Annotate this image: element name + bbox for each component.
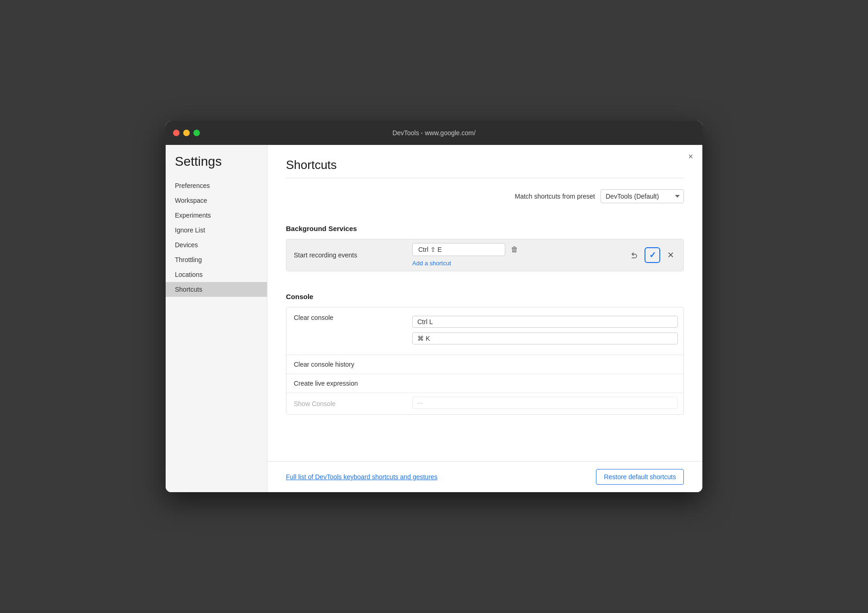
show-console-keys: ··· [407, 393, 683, 414]
sidebar-item-throttling[interactable]: Throttling [166, 252, 267, 267]
minimize-traffic-light[interactable] [183, 130, 190, 136]
clear-history-keys [407, 361, 683, 368]
clear-console-keys: Ctrl L ⌘ K [407, 312, 683, 350]
sidebar-item-shortcuts[interactable]: Shortcuts [166, 282, 267, 297]
sidebar-item-devices[interactable]: Devices [166, 238, 267, 252]
table-row: Start recording events 🗑 Add a shortcut [286, 239, 683, 271]
table-row: Show Console ··· [286, 393, 683, 414]
sidebar-item-locations[interactable]: Locations [166, 267, 267, 282]
shortcut-name-clear-history: Clear console history [286, 355, 407, 374]
shortcut-key-row-recording: 🗑 [412, 243, 621, 256]
table-row: Clear console history [286, 355, 683, 374]
cancel-shortcut-icon[interactable]: ✕ [663, 248, 678, 263]
devtools-window: DevTools - www.google.com/ Settings Pref… [166, 121, 702, 492]
key-badge-cmd-k: ⌘ K [412, 332, 678, 344]
full-list-link[interactable]: Full list of DevTools keyboard shortcuts… [286, 473, 438, 481]
close-traffic-light[interactable] [173, 130, 180, 136]
section-header-console: Console [286, 284, 684, 307]
add-shortcut-row: Add a shortcut [412, 259, 621, 267]
main-panel: × Shortcuts Match shortcuts from preset … [267, 145, 702, 492]
sidebar-heading: Settings [166, 154, 267, 178]
confirm-shortcut-button[interactable]: ✓ [645, 247, 660, 263]
shortcut-key-input[interactable] [412, 243, 505, 256]
preset-row: Match shortcuts from preset DevTools (De… [286, 189, 684, 203]
shortcut-keys-area: 🗑 Add a shortcut [407, 239, 627, 271]
delete-shortcut-icon[interactable]: 🗑 [509, 244, 520, 256]
background-services-section: Background Services Start recording even… [286, 216, 684, 271]
sidebar-item-workspace[interactable]: Workspace [166, 193, 267, 208]
key-badge-show-console: ··· [412, 397, 678, 409]
undo-icon[interactable] [627, 248, 642, 263]
page-title: Shortcuts [286, 158, 684, 172]
titlebar: DevTools - www.google.com/ [166, 121, 702, 145]
maximize-traffic-light[interactable] [193, 130, 200, 136]
section-header-bg: Background Services [286, 216, 684, 239]
title-divider [286, 178, 684, 178]
settings-footer: Full list of DevTools keyboard shortcuts… [267, 461, 702, 492]
sidebar-item-experiments[interactable]: Experiments [166, 208, 267, 223]
restore-defaults-button[interactable]: Restore default shortcuts [596, 469, 684, 485]
section-title-bg: Background Services [286, 221, 684, 236]
traffic-lights [173, 130, 200, 136]
table-row: Create live expression [286, 374, 683, 393]
console-section: Console Clear console Ctrl L ⌘ K [286, 284, 684, 415]
sidebar: Settings Preferences Workspace Experimen… [166, 145, 267, 492]
sidebar-item-ignore-list[interactable]: Ignore List [166, 223, 267, 238]
preset-select[interactable]: DevTools (Default) Visual Studio Code [601, 189, 684, 203]
shortcut-name-recording: Start recording events [286, 246, 407, 264]
key-badge-ctrl-l: Ctrl L [412, 316, 678, 328]
shortcut-name-show-console: Show Console [286, 394, 407, 413]
action-icons: ✓ ✕ [627, 247, 683, 263]
section-title-console: Console [286, 289, 684, 304]
preset-label: Match shortcuts from preset [515, 193, 595, 200]
console-table: Clear console Ctrl L ⌘ K Clear console h… [286, 307, 684, 415]
settings-content: Settings Preferences Workspace Experimen… [166, 145, 702, 492]
add-shortcut-link[interactable]: Add a shortcut [412, 260, 451, 267]
bg-services-table: Start recording events 🗑 Add a shortcut [286, 239, 684, 271]
main-content: Shortcuts Match shortcuts from preset De… [267, 145, 702, 461]
shortcut-name-clear-console: Clear console [286, 312, 407, 327]
window-title: DevTools - www.google.com/ [392, 129, 476, 137]
table-row: Clear console Ctrl L ⌘ K [286, 307, 683, 355]
sidebar-item-preferences[interactable]: Preferences [166, 178, 267, 193]
live-expression-keys [407, 380, 683, 387]
shortcut-name-live-expression: Create live expression [286, 374, 407, 393]
